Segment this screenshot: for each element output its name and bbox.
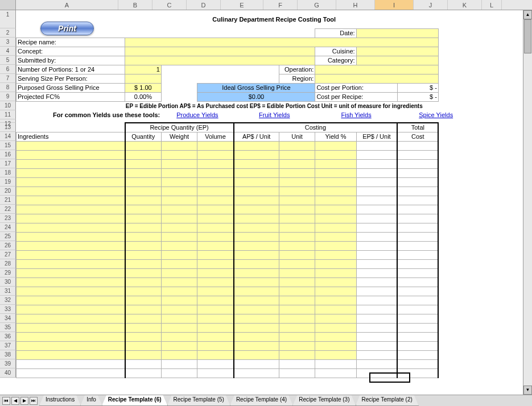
row-header-30[interactable]: 30 xyxy=(0,277,16,287)
eps-cell[interactable] xyxy=(356,359,397,368)
cost-cell[interactable] xyxy=(397,259,438,268)
volume-cell[interactable] xyxy=(197,241,234,250)
row-header-2[interactable]: 2 xyxy=(0,28,16,38)
eps-cell[interactable] xyxy=(356,296,397,305)
quantity-cell[interactable] xyxy=(125,232,162,241)
volume-cell[interactable] xyxy=(197,168,234,177)
volume-cell[interactable] xyxy=(197,350,234,359)
ingredient-cell[interactable] xyxy=(17,223,125,232)
row-header-29[interactable]: 29 xyxy=(0,268,16,277)
row-header-17[interactable]: 17 xyxy=(0,159,16,168)
ingredient-cell[interactable] xyxy=(17,150,125,159)
eps-cell[interactable] xyxy=(356,368,397,378)
sheet-nav-prev[interactable]: ◀ xyxy=(11,397,19,405)
quantity-cell[interactable] xyxy=(125,305,162,314)
ingredient-cell[interactable] xyxy=(17,159,125,168)
cost-cell[interactable] xyxy=(397,141,438,150)
quantity-cell[interactable] xyxy=(125,323,162,332)
yield-cell[interactable] xyxy=(315,177,356,187)
unit-cell[interactable] xyxy=(279,268,315,277)
quantity-cell[interactable] xyxy=(125,223,162,232)
col-header-L[interactable]: L xyxy=(482,0,502,10)
row-header-1[interactable]: 1 xyxy=(0,10,16,28)
row-header-35[interactable]: 35 xyxy=(0,323,16,332)
sheet-nav-next[interactable]: ▶ xyxy=(20,397,28,405)
unit-cell[interactable] xyxy=(279,205,315,214)
yield-cell[interactable] xyxy=(315,232,356,241)
row-header-34[interactable]: 34 xyxy=(0,314,16,323)
volume-cell[interactable] xyxy=(197,150,234,159)
unit-cell[interactable] xyxy=(279,223,315,232)
gross-price-input[interactable]: $ 1.00 xyxy=(125,83,162,92)
weight-cell[interactable] xyxy=(161,250,197,259)
volume-cell[interactable] xyxy=(197,177,234,187)
aps-cell[interactable] xyxy=(234,150,279,159)
fish-yields-link[interactable]: Fish Yields xyxy=(341,111,371,118)
quantity-cell[interactable] xyxy=(125,205,162,214)
quantity-cell[interactable] xyxy=(125,350,162,359)
sheet-nav-first[interactable]: ⏮ xyxy=(2,397,10,405)
aps-cell[interactable] xyxy=(234,277,279,287)
quantity-cell[interactable] xyxy=(125,241,162,250)
eps-cell[interactable] xyxy=(356,177,397,187)
sheet-tab-4[interactable]: Recipe Template (4) xyxy=(230,395,293,406)
aps-cell[interactable] xyxy=(234,205,279,214)
ingredient-cell[interactable] xyxy=(17,241,125,250)
cost-cell[interactable] xyxy=(397,305,438,314)
yield-cell[interactable] xyxy=(315,341,356,350)
col-header-G[interactable]: G xyxy=(298,0,336,10)
quantity-cell[interactable] xyxy=(125,214,162,223)
cost-cell[interactable] xyxy=(397,187,438,196)
quantity-cell[interactable] xyxy=(125,168,162,177)
ingredient-cell[interactable] xyxy=(17,187,125,196)
volume-cell[interactable] xyxy=(197,232,234,241)
row-header-4[interactable]: 4 xyxy=(0,47,16,56)
aps-cell[interactable] xyxy=(234,177,279,187)
yield-cell[interactable] xyxy=(315,268,356,277)
col-header-K[interactable]: K xyxy=(448,0,482,10)
eps-cell[interactable] xyxy=(356,214,397,223)
weight-cell[interactable] xyxy=(161,196,197,205)
category-input[interactable] xyxy=(356,56,438,65)
unit-cell[interactable] xyxy=(279,277,315,287)
weight-cell[interactable] xyxy=(161,305,197,314)
unit-cell[interactable] xyxy=(279,323,315,332)
row-header-18[interactable]: 18 xyxy=(0,168,16,177)
unit-cell[interactable] xyxy=(279,141,315,150)
unit-cell[interactable] xyxy=(279,359,315,368)
cost-cell[interactable] xyxy=(397,368,438,378)
aps-cell[interactable] xyxy=(234,305,279,314)
volume-cell[interactable] xyxy=(197,196,234,205)
row-header-40[interactable]: 40 xyxy=(0,368,16,378)
row-header-32[interactable]: 32 xyxy=(0,296,16,305)
col-header-D[interactable]: D xyxy=(187,0,221,10)
row-header-14[interactable]: 14 xyxy=(0,132,16,141)
cost-cell[interactable] xyxy=(397,214,438,223)
weight-cell[interactable] xyxy=(161,168,197,177)
row-header-39[interactable]: 39 xyxy=(0,359,16,368)
quantity-cell[interactable] xyxy=(125,296,162,305)
cost-cell[interactable] xyxy=(397,314,438,323)
cost-cell[interactable] xyxy=(397,241,438,250)
sheet-tab-6[interactable]: Recipe Template (2) xyxy=(356,395,419,406)
sheet-tab-2[interactable]: Recipe Template (6) xyxy=(102,395,168,406)
unit-cell[interactable] xyxy=(279,168,315,177)
aps-cell[interactable] xyxy=(234,168,279,177)
weight-cell[interactable] xyxy=(161,296,197,305)
yield-cell[interactable] xyxy=(315,259,356,268)
weight-cell[interactable] xyxy=(161,187,197,196)
eps-cell[interactable] xyxy=(356,341,397,350)
yield-cell[interactable] xyxy=(315,332,356,341)
unit-cell[interactable] xyxy=(279,368,315,378)
eps-cell[interactable] xyxy=(356,196,397,205)
yield-cell[interactable] xyxy=(315,314,356,323)
cost-cell[interactable] xyxy=(397,177,438,187)
unit-cell[interactable] xyxy=(279,232,315,241)
eps-cell[interactable] xyxy=(356,268,397,277)
quantity-cell[interactable] xyxy=(125,150,162,159)
cost-cell[interactable] xyxy=(397,223,438,232)
yield-cell[interactable] xyxy=(315,287,356,296)
col-header-A[interactable]: A xyxy=(16,0,118,10)
eps-cell[interactable] xyxy=(356,350,397,359)
unit-cell[interactable] xyxy=(279,159,315,168)
